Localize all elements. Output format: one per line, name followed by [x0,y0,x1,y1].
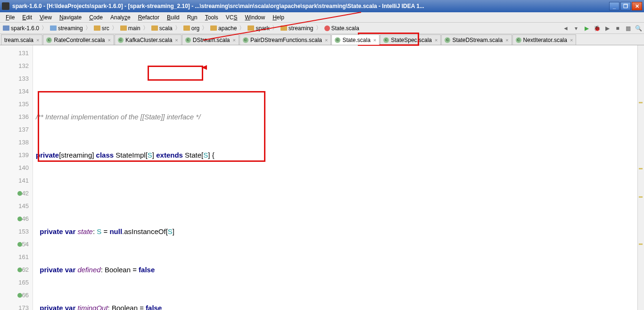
gutter-line[interactable]: 138 [0,136,33,149]
close-icon[interactable]: × [570,37,573,43]
stop-icon[interactable]: ■ [614,25,621,32]
gutter-line[interactable]: 140 [0,161,33,174]
search-icon[interactable]: 🔍 [635,25,642,32]
tab-stream[interactable]: tream.scala× [1,34,42,45]
tab-label: DStream.scala [193,37,230,43]
tab-statespec[interactable]: StateSpec.scala× [380,34,441,45]
menu-navigate[interactable]: Navigate [56,13,85,22]
menu-refactor[interactable]: Refactor [134,13,163,22]
close-icon[interactable]: × [325,37,328,43]
menu-help[interactable]: Help [269,13,288,22]
close-icon[interactable]: × [108,37,111,43]
gutter-line[interactable]: 162 [0,263,33,276]
crumb-label: apache [218,25,237,32]
project-icon [3,25,9,31]
class-icon [383,37,389,43]
gutter-line[interactable]: 142 [0,187,33,200]
gutter-line[interactable]: 166 [0,289,33,302]
menu-edit[interactable]: Edit [18,13,36,22]
override-marker-icon[interactable] [17,293,22,298]
annotation-arrow-head [201,65,207,70]
menu-window[interactable]: Window [241,13,269,22]
dropdown-icon[interactable]: ▾ [572,25,580,32]
menu-view[interactable]: View [36,13,56,22]
menu-file[interactable]: File [2,13,18,22]
class-icon [335,37,340,43]
crumb-dir[interactable]: apache〉 [209,24,247,32]
module-icon [50,25,57,31]
menu-run[interactable]: Run [183,13,201,22]
gutter-line[interactable]: 136 [0,110,33,123]
close-icon[interactable]: × [373,37,376,43]
override-marker-icon[interactable] [17,268,22,272]
code-editor[interactable]: /** Internal implementation of the [[Sta… [33,45,637,310]
gutter-line[interactable]: 154 [0,238,33,251]
tab-statedstream[interactable]: StateDStream.scala× [441,34,512,45]
back-icon[interactable]: ◄ [562,25,570,32]
menu-bar: File Edit View Navigate Code Analyze Ref… [0,12,644,23]
close-icon[interactable]: × [505,37,508,43]
stripe-marker[interactable] [639,196,643,198]
menu-code[interactable]: Code [85,13,107,22]
crumb-dir[interactable]: scala〉 [150,24,182,32]
run-icon[interactable]: ▶ [583,25,590,32]
tab-state[interactable]: State.scala× [331,34,380,45]
crumb-file[interactable]: State.scala [323,25,360,32]
code-comment: /** Internal implementation of the [[Sta… [36,113,200,121]
app-icon [2,2,9,10]
crumb-label: streaming [289,25,314,32]
close-icon[interactable]: × [175,37,178,43]
gutter-line[interactable]: 135 [0,98,33,110]
crumb-project[interactable]: spark-1.6.0〉 [2,24,49,32]
crumb-label: main [128,25,140,32]
gutter-line[interactable]: 137 [0,123,33,136]
debug-icon[interactable]: 🐞 [593,25,601,32]
override-marker-icon[interactable] [17,217,22,221]
close-icon[interactable]: × [36,37,39,43]
stripe-marker[interactable] [639,243,643,245]
tab-ratecontroller[interactable]: RateController.scala× [43,34,114,45]
crumb-dir[interactable]: src〉 [93,24,119,32]
coverage-icon[interactable]: ▶ [603,25,611,32]
gutter-line[interactable]: 161 [0,251,33,263]
gutter-line[interactable]: 146 [0,212,33,225]
crumb-dir[interactable]: main〉 [119,24,150,32]
gutter-line[interactable]: 134 [0,85,33,98]
gutter-line[interactable]: 165 [0,276,33,289]
close-button[interactable]: ✕ [632,2,642,10]
class-icon [516,37,521,43]
close-icon[interactable]: × [435,37,438,43]
navigation-bar: spark-1.6.0〉 streaming〉 src〉 main〉 scala… [0,23,644,34]
menu-analyze[interactable]: Analyze [107,13,134,22]
tab-pairdstream[interactable]: PairDStreamFunctions.scala× [239,34,331,45]
crumb-module[interactable]: streaming〉 [49,24,93,32]
tab-kafkacluster[interactable]: KafkaCluster.scala× [115,34,182,45]
maximize-button[interactable]: ❐ [620,2,631,10]
scala-file-icon [324,25,330,31]
close-icon[interactable]: × [233,37,236,43]
override-marker-icon[interactable] [17,242,22,247]
gutter-line[interactable]: 139 [0,149,33,161]
structure-icon[interactable]: ▦ [624,25,632,32]
gutter-line[interactable]: 145 [0,200,33,212]
gutter-line[interactable]: 131 [0,47,33,59]
gutter-line[interactable]: 173 [0,302,33,310]
window-titlebar: spark-1.6.0 - [H:\IdeaProjects\spark-1.6… [0,0,644,12]
stripe-marker[interactable] [639,168,643,169]
crumb-dir[interactable]: org〉 [182,24,209,32]
gutter-line[interactable]: 153 [0,225,33,238]
gutter-line[interactable]: 132 [0,59,33,72]
menu-vcs[interactable]: VCS [222,13,241,22]
error-stripe[interactable] [637,45,644,310]
gutter-line[interactable]: 141 [0,174,33,187]
tab-dstream[interactable]: DStream.scala× [182,34,239,45]
gutter-line[interactable]: 133 [0,72,33,85]
stripe-marker[interactable] [639,102,643,103]
override-marker-icon[interactable] [17,191,22,196]
menu-build[interactable]: Build [163,13,183,22]
tab-nextiterator[interactable]: NextIterator.scala× [512,34,577,45]
crumb-label: streaming [58,25,83,32]
crumb-label: scala [159,25,173,32]
menu-tools[interactable]: Tools [201,13,222,22]
minimize-button[interactable]: _ [609,2,619,10]
